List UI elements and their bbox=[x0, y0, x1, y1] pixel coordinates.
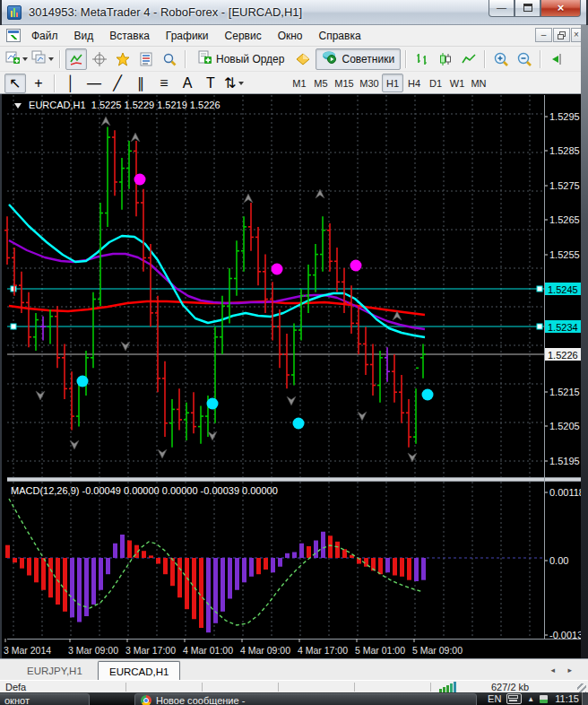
macd-histogram-bar bbox=[127, 541, 132, 559]
timeframe-h4-button[interactable]: H4 bbox=[403, 74, 425, 92]
vertical-line-tool-button[interactable]: │ bbox=[60, 74, 82, 93]
timeframe-mn-button[interactable]: MN bbox=[468, 74, 489, 92]
hline-handle[interactable] bbox=[537, 324, 542, 329]
bar-chart-type-button[interactable] bbox=[411, 48, 433, 70]
new-chart-button[interactable] bbox=[4, 48, 29, 70]
menu-item-4[interactable]: Сервис bbox=[217, 27, 270, 45]
chevron-down-icon[interactable] bbox=[14, 103, 22, 109]
status-bar: Defa 627/2 kb bbox=[0, 680, 588, 692]
menu-item-3[interactable]: Графики bbox=[158, 27, 217, 45]
auto-scroll-button[interactable] bbox=[546, 48, 567, 70]
new-order-button[interactable]: Новый Ордер bbox=[191, 48, 290, 70]
price-badge-text: 1.5226 bbox=[548, 350, 578, 361]
market-watch-button[interactable] bbox=[135, 48, 157, 70]
macd-histogram-bar bbox=[307, 546, 311, 558]
data-window-button[interactable] bbox=[159, 48, 180, 70]
macd-histogram-bar bbox=[41, 558, 46, 590]
cursor-tool-button[interactable]: ↖ bbox=[4, 74, 26, 93]
clock[interactable]: 11:15 bbox=[555, 693, 579, 704]
taskbar-chrome-button[interactable]: Новое сообщение - bbox=[134, 693, 477, 705]
time-axis-label: 4 Mar 17:00 bbox=[298, 645, 348, 656]
timeframe-d1-button[interactable]: D1 bbox=[425, 74, 446, 92]
taskbar-notepad-button[interactable]: окнот bbox=[0, 693, 90, 705]
metaeditor-button[interactable] bbox=[292, 48, 314, 70]
menu-item-6[interactable]: Справка bbox=[311, 27, 369, 45]
text-label-tool-button[interactable]: T bbox=[200, 74, 221, 93]
taskbar-notepad-label: окнот bbox=[4, 695, 30, 705]
maximize-button[interactable] bbox=[514, 0, 540, 17]
profiles-button[interactable] bbox=[30, 48, 55, 70]
menu-item-0[interactable]: Файл bbox=[23, 27, 66, 45]
price-axis-label: 1.5255 bbox=[549, 249, 580, 260]
arrows-tool-button[interactable]: ⇅ bbox=[223, 74, 245, 93]
chevron-down-icon bbox=[238, 82, 244, 85]
resize-grip[interactable] bbox=[577, 683, 586, 692]
macd-histogram-bar bbox=[264, 558, 268, 570]
hline-handle[interactable] bbox=[11, 286, 16, 292]
fibonacci-tool-icon: ≡ bbox=[160, 75, 168, 91]
price-badge-text: 1.5245 bbox=[548, 284, 578, 295]
macd-histogram-bar bbox=[163, 558, 168, 574]
macd-histogram-bar bbox=[156, 558, 160, 564]
new-order-icon bbox=[197, 50, 212, 68]
macd-histogram-bar bbox=[113, 544, 117, 558]
text-tool-icon: A bbox=[183, 75, 193, 91]
line-chart-type-button[interactable] bbox=[458, 48, 480, 70]
menu-item-1[interactable]: Вид bbox=[66, 27, 102, 45]
horizontal-line-tool-button[interactable]: — bbox=[83, 74, 105, 93]
hline-handle[interactable] bbox=[537, 286, 542, 292]
connection-bars-icon bbox=[439, 683, 463, 692]
tab-eurcad-h1[interactable]: EURCAD,H1 bbox=[98, 661, 180, 680]
show-desktop-button[interactable] bbox=[582, 692, 588, 705]
text-tool-button[interactable]: A bbox=[177, 74, 198, 93]
profile-status: Defa bbox=[5, 682, 38, 692]
timeframe-h1-button[interactable]: H1 bbox=[382, 74, 403, 92]
crosshair-tool-button[interactable]: + bbox=[28, 74, 49, 93]
tab-eurjpy-h1[interactable]: EURJPY,H1 bbox=[16, 661, 93, 680]
menu-item-2[interactable]: Вставка bbox=[101, 27, 158, 45]
menu-item-5[interactable]: Окно bbox=[270, 27, 311, 45]
language-indicator[interactable]: EN bbox=[488, 693, 501, 704]
mdi-restore-button[interactable] bbox=[553, 28, 570, 42]
trendline-tool-button[interactable]: ╱ bbox=[107, 74, 128, 93]
macd-axis-label: 0.00118 bbox=[549, 487, 584, 498]
advisors-button[interactable]: Советники bbox=[316, 48, 401, 70]
fibonacci-tool-button[interactable]: ≡ bbox=[153, 74, 175, 93]
toolbar-separator bbox=[405, 50, 407, 68]
chart-window-icon[interactable] bbox=[6, 29, 21, 42]
templates-button[interactable] bbox=[112, 48, 134, 70]
minimize-button[interactable]: — bbox=[489, 0, 514, 17]
timeframe-m15-button[interactable]: M15 bbox=[332, 74, 357, 92]
keyboard-icon[interactable] bbox=[506, 693, 522, 704]
macd-histogram-bar bbox=[400, 558, 404, 577]
hidden-icons-arrow[interactable]: ▲ bbox=[527, 695, 534, 703]
hline-handle[interactable] bbox=[11, 324, 16, 329]
timeframe-m30-button[interactable]: M30 bbox=[357, 74, 382, 92]
mdi-minimize-button[interactable]: – bbox=[535, 28, 552, 42]
timeframe-w1-button[interactable]: W1 bbox=[446, 74, 468, 92]
macd-histogram-bar bbox=[91, 558, 96, 605]
tick-chart-button[interactable] bbox=[65, 48, 87, 70]
window-border-right[interactable] bbox=[581, 25, 588, 680]
zoom-in-button[interactable] bbox=[490, 48, 512, 70]
price-badge-text: 1.5234 bbox=[548, 322, 578, 333]
metatrader-app-icon[interactable] bbox=[7, 5, 22, 20]
price-chart[interactable]: 1.52951.52851.52751.52651.52551.52151.52… bbox=[0, 94, 588, 659]
timeframe-m5-button[interactable]: M5 bbox=[310, 74, 332, 92]
close-button[interactable]: × bbox=[540, 0, 581, 17]
time-axis-label: 3 Mar 09:00 bbox=[68, 645, 118, 656]
crosshair-mode-button[interactable] bbox=[89, 48, 110, 70]
timeframe-m1-button[interactable]: M1 bbox=[289, 74, 310, 92]
macd-histogram-bar bbox=[407, 558, 411, 580]
price-axis-label: 1.5195 bbox=[549, 456, 580, 466]
time-axis-label: 3 Mar 2014 bbox=[4, 645, 51, 656]
tab-scroll-arrows[interactable]: ◂ ▸ bbox=[550, 666, 577, 675]
tray-app-icon[interactable] bbox=[540, 695, 548, 703]
channel-tool-button[interactable]: ∥ bbox=[130, 74, 151, 93]
macd-histogram-bar bbox=[335, 542, 340, 558]
cyan-signal-dot bbox=[77, 376, 89, 387]
zoom-out-button[interactable] bbox=[514, 48, 535, 70]
candle-chart-type-button[interactable] bbox=[435, 48, 456, 70]
macd-histogram-bar bbox=[5, 545, 10, 558]
statusbar-separator bbox=[354, 683, 355, 692]
